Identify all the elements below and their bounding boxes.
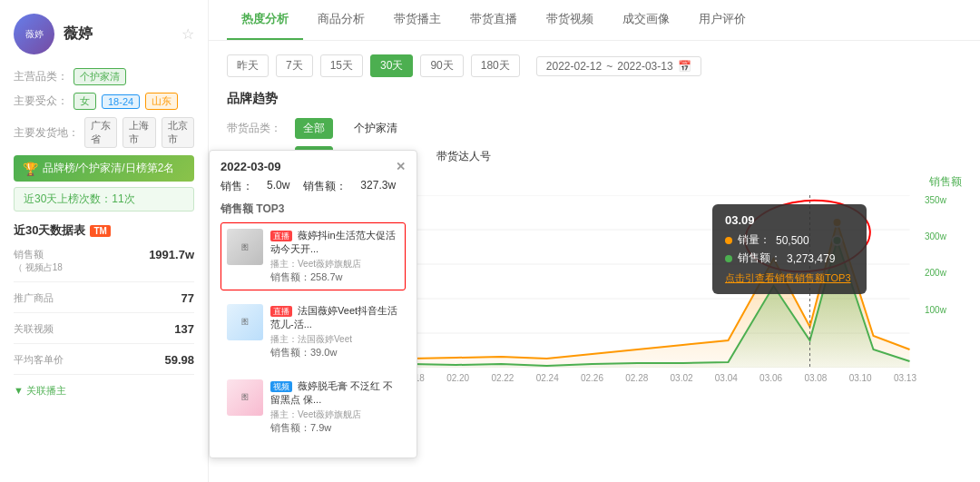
stat-row-videos: 关联视频 137 <box>14 322 194 344</box>
stat-label-products: 推广商品 <box>14 291 54 305</box>
product-anchor-2: 播主：法国薇婷Veet <box>270 333 399 346</box>
dot-green <box>725 255 732 262</box>
sidebar: 薇婷 薇婷 ☆ 主营品类： 个护家清 主要受众： 女 18-24 山东 主要发货… <box>0 0 209 482</box>
audience-tag-gender[interactable]: 女 <box>74 93 96 110</box>
ship-from-label: 主要发货地： <box>14 125 79 141</box>
ship-tag-2[interactable]: 上海市 <box>122 117 155 148</box>
stat-value-sales: 1991.7w <box>149 248 194 261</box>
dot-orange <box>725 237 732 244</box>
product-item-3: 图 视频 薇婷脱毛膏 不泛红 不留黑点 保... 播主：Veet薇婷旗舰店 销售… <box>220 373 406 441</box>
y-right-3: 200w <box>925 268 962 278</box>
brand-trend-title: 品牌趋势 <box>227 91 962 107</box>
date-btn-90d[interactable]: 90天 <box>420 54 463 77</box>
ship-tag-3[interactable]: 北京市 <box>162 117 194 148</box>
popup-sales-amount: 销售额： 3,273,479 <box>725 251 854 266</box>
date-range[interactable]: 2022-02-12 ~ 2022-03-13 📅 <box>536 56 701 76</box>
tooltip-title: 2022-03-09 ✕ <box>220 160 406 173</box>
tab-video[interactable]: 带货视频 <box>532 0 608 40</box>
product-name-2: 直播 法国薇婷Veet抖音生活范儿-活... <box>270 304 399 330</box>
tab-product-analysis[interactable]: 商品分析 <box>303 0 379 40</box>
video-tag-3: 视频 <box>270 381 292 392</box>
tab-bar: 热度分析 商品分析 带货播主 带货直播 带货视频 成交画像 用户评价 <box>209 0 980 41</box>
x-label-14: 03.10 <box>849 373 872 383</box>
popup-sales-count-value: 50,500 <box>776 234 809 247</box>
main-category-label: 主营品类： <box>14 69 68 84</box>
date-btn-30d[interactable]: 30天 <box>370 54 413 77</box>
date-btn-yesterday[interactable]: 昨天 <box>227 54 269 77</box>
popup-sales-amount-value: 3,273,479 <box>787 252 835 265</box>
trophy-icon: 🏆 <box>23 162 38 176</box>
y-right-4: 100w <box>925 305 962 315</box>
tab-transaction[interactable]: 成交画像 <box>608 0 684 40</box>
popup-link[interactable]: 点击引查看销售销售额TOP3 <box>725 271 854 285</box>
category-filter-row: 带货品类： 全部 个护家清 <box>227 118 962 139</box>
stat-sub-sales: （ 视频占18 <box>14 261 63 274</box>
stats-title: 近30天数据表 TM <box>14 222 194 239</box>
account-filter-anchor[interactable]: 带货达人号 <box>429 147 498 166</box>
product-anchor-1: 播主：Veet薇婷旗舰店 <box>270 258 399 271</box>
date-end: 2022-03-13 <box>617 60 672 73</box>
tooltip-count-value: 5.0w <box>267 179 289 194</box>
product-anchor-3: 播主：Veet薇婷旗舰店 <box>270 408 399 421</box>
product-item-2: 图 直播 法国薇婷Veet抖音生活范儿-活... 播主：法国薇婷Veet 销售额… <box>220 298 406 366</box>
x-label-12: 03.06 <box>760 373 782 383</box>
y-right-2: 300w <box>925 231 962 241</box>
tooltip-subtitle: 销售额 TOP3 <box>220 202 406 217</box>
ship-from-row: 主要发货地： 广东省 上海市 北京市 <box>14 117 194 148</box>
checkin-info: 近30天上榜次数：11次 <box>14 187 194 211</box>
product-thumb-3: 图 <box>227 379 263 416</box>
x-label-9: 02.28 <box>625 373 648 383</box>
audience-row: 主要受众： 女 18-24 山东 <box>14 93 194 110</box>
category-filter-all[interactable]: 全部 <box>295 118 333 139</box>
category-filter-label: 带货品类： <box>227 121 281 136</box>
tab-anchor[interactable]: 带货播主 <box>379 0 456 40</box>
date-btn-180d[interactable]: 180天 <box>471 54 520 77</box>
x-label-7: 02.24 <box>536 373 559 383</box>
stats-badge: TM <box>90 225 110 237</box>
more-link[interactable]: ▼ 关联播主 <box>14 384 194 398</box>
popup-sales-amount-label: 销售额： <box>738 251 781 266</box>
tab-hot-analysis[interactable]: 热度分析 <box>227 0 303 40</box>
stats-title-text: 近30天数据表 <box>14 222 85 239</box>
product-info-3: 视频 薇婷脱毛膏 不泛红 不留黑点 保... 播主：Veet薇婷旗舰店 销售额：… <box>270 379 399 435</box>
tooltip-close-btn[interactable]: ✕ <box>396 160 406 173</box>
x-label-5: 02.20 <box>446 373 469 383</box>
audience-label: 主要受众： <box>14 93 68 109</box>
tooltip-count-label: 销售： <box>220 179 253 194</box>
category-filter-value[interactable]: 个护家清 <box>347 119 405 138</box>
ship-tag-1[interactable]: 广东省 <box>84 117 117 148</box>
date-start: 2022-02-12 <box>546 60 602 73</box>
date-btn-15d[interactable]: 15天 <box>320 54 363 77</box>
stat-value-price: 59.98 <box>164 353 194 367</box>
date-btn-7d[interactable]: 7天 <box>276 54 313 77</box>
product-info-2: 直播 法国薇婷Veet抖音生活范儿-活... 播主：法国薇婷Veet 销售额：3… <box>270 304 399 359</box>
tooltip-amount-label: 销售额： <box>303 179 347 194</box>
tab-review[interactable]: 用户评价 <box>684 0 760 40</box>
main-category-tag[interactable]: 个护家清 <box>74 68 126 85</box>
x-label-8: 02.26 <box>581 373 603 383</box>
star-icon[interactable]: ☆ <box>181 25 194 43</box>
x-label-11: 03.04 <box>715 373 738 383</box>
audience-tag-region[interactable]: 山东 <box>145 93 178 110</box>
x-label-13: 03.08 <box>804 373 827 383</box>
product-sales-2: 销售额：39.0w <box>270 346 399 359</box>
y-axis-right: 350w 300w 200w 100w <box>921 195 962 368</box>
stat-label-videos: 关联视频 <box>14 322 54 336</box>
stat-label-sales: 销售额 <box>14 248 63 261</box>
product-name-1: 直播 薇婷抖in生活范大促活动今天开... <box>270 229 399 255</box>
username: 薇婷 <box>64 25 93 44</box>
avatar: 薇婷 <box>14 14 54 54</box>
stat-row-price: 平均客单价 59.98 <box>14 353 194 375</box>
product-sales-3: 销售额：7.9w <box>270 421 399 435</box>
product-sales-1: 销售额：258.7w <box>270 271 399 284</box>
calendar-icon: 📅 <box>678 60 691 73</box>
chart-right-label: 销售额 <box>929 174 962 191</box>
audience-tag-age[interactable]: 18-24 <box>102 94 140 109</box>
product-thumb-1: 图 <box>227 229 263 265</box>
date-separator: ~ <box>606 60 612 73</box>
rank-badge[interactable]: 🏆 品牌榜/个护家清/日榜第2名 <box>14 155 194 182</box>
avatar-image: 薇婷 <box>14 14 54 54</box>
x-label-10: 03.02 <box>671 373 693 383</box>
popup-card: 03.09 销量： 50,500 销售额： 3,273,479 <box>712 204 867 294</box>
tab-live[interactable]: 带货直播 <box>456 0 532 40</box>
